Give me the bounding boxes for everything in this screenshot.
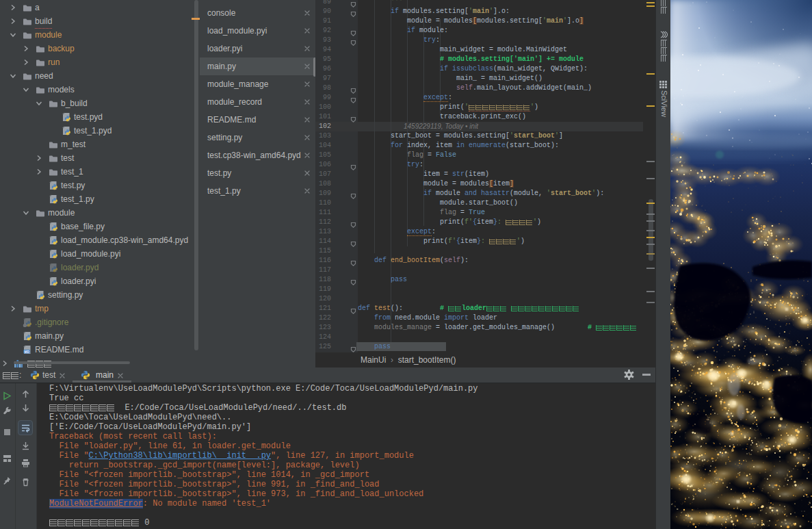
svg-text:MD: MD — [25, 350, 30, 354]
